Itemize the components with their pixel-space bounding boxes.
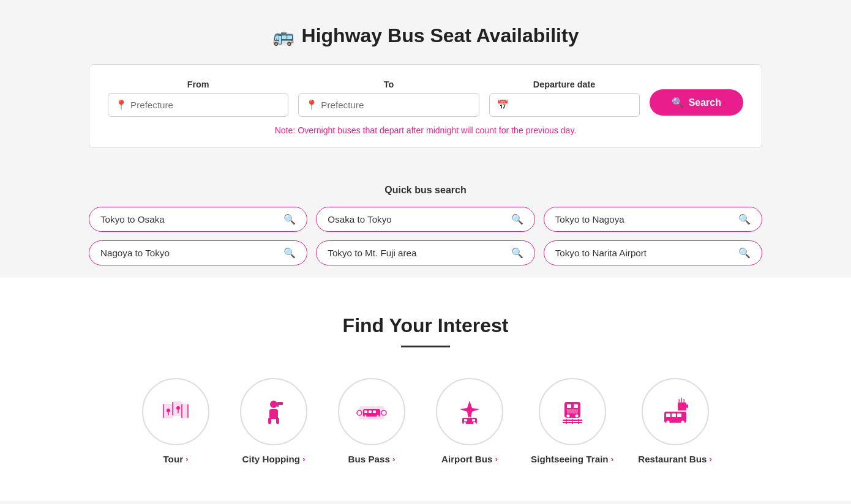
svg-point-35 [566,415,569,418]
svg-point-9 [176,406,180,410]
interest-divider [401,346,450,347]
search-note: Note: Overnight buses that depart after … [108,125,743,135]
svg-point-22 [365,415,367,417]
calendar-icon: 📅 [497,99,509,111]
bus-pass-icon-circle [338,378,405,445]
chevron-right-icon: › [302,454,306,464]
airport-bus-label: Airport Bus › [441,454,498,464]
quick-search-item[interactable]: Tokyo to Mt. Fuji area 🔍 [316,240,534,265]
svg-rect-12 [269,409,278,419]
to-input[interactable] [298,93,479,117]
bus-pass-label: Bus Pass › [348,454,396,464]
page-title: 🚌 Highway Bus Seat Availability [12,24,839,47]
svg-rect-14 [278,402,283,405]
svg-rect-30 [472,419,475,421]
svg-rect-42 [678,402,686,410]
quick-search-item[interactable]: Tokyo to Osaka 🔍 [89,207,307,232]
search-button[interactable]: 🔍 Search [650,89,743,116]
search-icon: 🔍 [738,213,751,225]
sightseeing-train-icon-circle [539,378,606,445]
chevron-right-icon: › [186,454,189,464]
location-icon-from: 📍 [115,99,127,111]
restaurant-bus-icon-circle [642,378,709,445]
quick-search-section: Quick bus search Tokyo to Osaka 🔍 Osaka … [0,166,851,278]
quick-search-item[interactable]: Tokyo to Nagoya 🔍 [544,207,762,232]
svg-rect-43 [686,404,688,408]
interest-item-restaurant-bus[interactable]: Restaurant Bus › [638,378,712,464]
to-label: To [298,80,479,89]
chevron-right-icon: › [392,454,396,464]
svg-point-11 [270,401,277,408]
quick-search-item[interactable]: Nagoya to Tokyo 🔍 [89,240,307,265]
search-icon: 🔍 [738,247,751,259]
svg-rect-21 [373,410,376,413]
svg-rect-44 [678,409,686,410]
from-input-wrapper: 📍 [108,93,288,117]
airport-bus-icon [454,396,485,428]
chevron-right-icon: › [611,454,614,464]
from-input[interactable] [108,93,288,117]
tour-icon [160,396,192,428]
tour-icon-circle [142,378,209,445]
sightseeing-train-label: Sightseeing Train › [531,454,613,464]
location-icon-to: 📍 [306,99,318,111]
interest-item-bus-pass[interactable]: Bus Pass › [335,378,408,464]
svg-point-50 [681,421,684,424]
search-icon: 🔍 [511,213,523,225]
bus-pass-icon [356,396,388,428]
airport-bus-icon-circle [436,378,503,445]
svg-point-23 [377,415,379,417]
from-label: From [108,80,288,89]
svg-point-28 [473,422,476,424]
svg-rect-46 [666,413,670,417]
quick-search-item[interactable]: Osaka to Tokyo 🔍 [316,207,534,232]
city-hopping-label: City Hopping › [242,454,306,464]
svg-rect-48 [677,413,681,417]
hero-section: 🚌 Highway Bus Seat Availability From 📍 T… [0,0,851,166]
svg-point-36 [575,415,578,418]
search-fields: From 📍 To 📍 Departure date 📅 [108,80,743,117]
svg-rect-34 [567,409,578,413]
search-icon: 🔍 [672,97,684,108]
interest-item-sightseeing-train[interactable]: Sightseeing Train › [531,378,613,464]
interest-item-city-hopping[interactable]: City Hopping › [237,378,310,464]
city-hopping-icon-circle [240,378,307,445]
date-input-wrapper: 📅 [489,93,640,117]
date-label: Departure date [489,80,640,89]
svg-rect-15 [268,418,271,424]
svg-rect-20 [369,410,372,413]
to-field-group: To 📍 [298,80,479,117]
interest-item-airport-bus[interactable]: Airport Bus › [433,378,506,464]
chevron-right-icon: › [495,454,498,464]
svg-point-7 [167,409,170,412]
svg-rect-32 [567,404,571,408]
quick-search-title: Quick bus search [12,185,839,196]
interest-section: Find Your Interest [0,278,851,501]
chevron-right-icon: › [709,454,712,464]
tour-label: Tour › [163,454,188,464]
interest-item-tour[interactable]: Tour › [139,378,212,464]
quick-search-grid: Tokyo to Osaka 🔍 Osaka to Tokyo 🔍 Tokyo … [89,207,762,265]
search-icon: 🔍 [283,213,296,225]
from-field-group: From 📍 [108,80,288,117]
city-hopping-icon [258,396,290,428]
svg-rect-29 [464,419,467,421]
date-field-group: Departure date 📅 [489,80,640,117]
to-input-wrapper: 📍 [298,93,479,117]
sightseeing-train-icon [557,396,588,428]
interest-grid: Tour › City Hopping › [89,378,762,464]
restaurant-bus-label: Restaurant Bus › [638,454,712,464]
svg-rect-2 [182,404,188,418]
svg-rect-19 [364,410,367,413]
search-form: From 📍 To 📍 Departure date 📅 [89,64,762,148]
bus-title-icon: 🚌 [272,26,294,46]
svg-rect-33 [574,404,578,408]
svg-point-27 [463,422,466,424]
restaurant-bus-icon [659,396,691,428]
date-input[interactable] [489,93,640,117]
svg-point-25 [381,410,386,415]
search-icon: 🔍 [283,247,296,259]
svg-rect-16 [276,418,279,424]
svg-point-49 [666,421,669,424]
quick-search-item[interactable]: Tokyo to Narita Airport 🔍 [544,240,762,265]
